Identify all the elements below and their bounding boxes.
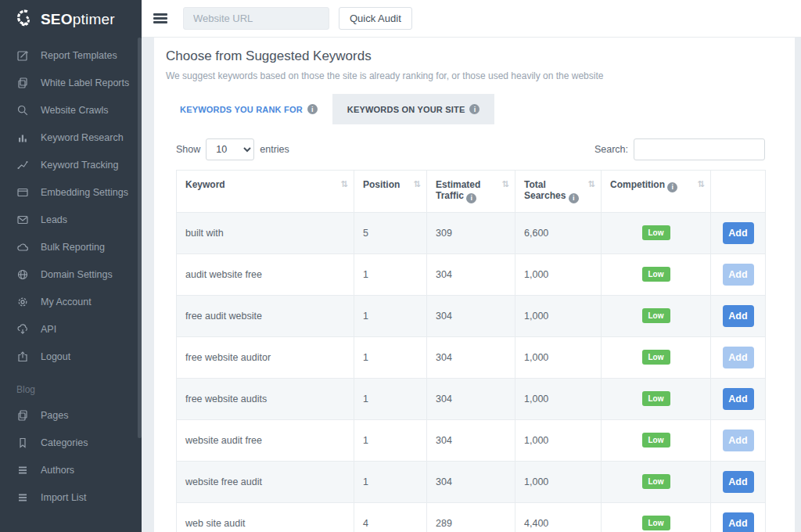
- page-title: Choose from Suggested Keywords: [166, 49, 795, 64]
- info-icon[interactable]: i: [667, 182, 677, 192]
- tab-keywords-you-rank-for[interactable]: KEYWORDS YOU RANK FOR i: [165, 94, 332, 124]
- add-keyword-button[interactable]: Add: [723, 512, 754, 532]
- page-subtitle: We suggest keywords based on those the s…: [166, 70, 795, 81]
- add-keyword-button[interactable]: Add: [723, 222, 754, 244]
- keyword-cell: web site audit: [177, 502, 354, 532]
- website-url-input[interactable]: [183, 7, 329, 30]
- add-keyword-button[interactable]: Add: [723, 388, 754, 410]
- sidebar-item-embedding-settings[interactable]: Embedding Settings: [0, 178, 142, 206]
- main-area: Choose from Suggested Keywords We sugges…: [142, 38, 801, 532]
- header-competition[interactable]: Competition i⇅: [602, 171, 711, 213]
- sidebar-item-domain-settings[interactable]: Domain Settings: [0, 261, 142, 288]
- list-icon: [16, 491, 29, 504]
- search-label: Search:: [594, 144, 628, 155]
- sidebar-item-label: Authors: [41, 465, 74, 476]
- gear-icon: [16, 296, 29, 308]
- sort-icon[interactable]: ⇅: [502, 179, 509, 189]
- info-icon[interactable]: i: [466, 193, 476, 203]
- search-input[interactable]: [634, 138, 765, 160]
- quick-audit-button[interactable]: Quick Audit: [339, 7, 412, 30]
- sidebar-scrollbar[interactable]: [138, 38, 142, 438]
- info-icon[interactable]: i: [307, 104, 318, 114]
- table-row: free website auditor 1 304 1,000 Low Add: [177, 336, 766, 378]
- sort-icon[interactable]: ⇅: [341, 179, 348, 189]
- info-icon[interactable]: i: [469, 104, 480, 114]
- sidebar-item-label: API: [41, 324, 56, 335]
- sidebar-item-label: Report Templates: [41, 50, 117, 61]
- sidebar-item-label: White Label Reports: [41, 77, 129, 88]
- cloud-icon: [16, 241, 29, 253]
- header-position[interactable]: Position⇅: [354, 171, 427, 213]
- sort-icon[interactable]: ⇅: [698, 179, 705, 189]
- sidebar-item-pages[interactable]: Pages: [0, 401, 142, 429]
- add-keyword-button[interactable]: Add: [723, 347, 754, 368]
- sidebar-item-api[interactable]: API: [0, 315, 142, 343]
- sidebar-section-blog: Blog: [0, 370, 142, 401]
- sidebar-item-authors[interactable]: Authors: [0, 456, 142, 483]
- sidebar-item-label: Keyword Research: [41, 132, 124, 143]
- add-keyword-button[interactable]: Add: [723, 430, 754, 451]
- bookmark-icon: [16, 437, 29, 449]
- sidebar-item-leads[interactable]: Leads: [0, 206, 142, 233]
- sidebar-item-keyword-tracking[interactable]: Keyword Tracking: [0, 151, 142, 178]
- browser-card-icon: [16, 186, 29, 199]
- tab-keywords-on-your-site[interactable]: KEYWORDS ON YOUR SITE i: [332, 94, 495, 124]
- header-total-searches[interactable]: Total Searches i⇅: [515, 171, 602, 213]
- sidebar-item-categories[interactable]: Categories: [0, 429, 142, 456]
- info-icon[interactable]: i: [569, 193, 579, 203]
- add-keyword-button[interactable]: Add: [723, 471, 754, 493]
- competition-badge: Low: [642, 267, 670, 282]
- content-panel: Choose from Suggested Keywords We sugges…: [154, 38, 795, 532]
- show-entries-control: Show 10 entries: [176, 138, 289, 160]
- table-row: built with 5 309 6,600 Low Add: [177, 212, 766, 253]
- table-row: website free audit 1 304 1,000 Low Add: [177, 461, 766, 502]
- sidebar-item-white-label-reports[interactable]: White Label Reports: [0, 69, 142, 96]
- keywords-table: Keyword⇅ Position⇅ Estimated Traffic i⇅ …: [176, 170, 766, 532]
- app-window: SEOptimer Report Templates White Label R…: [0, 0, 801, 532]
- pencil-square-icon: [16, 49, 29, 62]
- bar-chart-icon: [16, 131, 29, 144]
- sidebar-item-logout[interactable]: Logout: [0, 343, 142, 370]
- sidebar-item-label: Leads: [41, 214, 67, 225]
- logout-icon: [16, 350, 29, 363]
- sort-icon[interactable]: ⇅: [588, 179, 595, 189]
- sidebar-item-label: Domain Settings: [41, 269, 113, 280]
- logo[interactable]: SEOptimer: [0, 0, 142, 38]
- entries-label: entries: [260, 144, 289, 155]
- sidebar-item-import-list[interactable]: Import List: [0, 483, 142, 511]
- sidebar-item-label: Website Crawls: [41, 105, 109, 116]
- sidebar-item-keyword-research[interactable]: Keyword Research: [0, 124, 142, 151]
- add-keyword-button[interactable]: Add: [723, 305, 754, 327]
- header-keyword[interactable]: Keyword⇅: [177, 171, 354, 213]
- competition-badge: Low: [642, 516, 670, 530]
- header-estimated-traffic[interactable]: Estimated Traffic i⇅: [427, 171, 515, 213]
- keyword-cell: free website auditor: [177, 336, 354, 378]
- keyword-cell: built with: [177, 212, 354, 253]
- copy-pages-icon: [16, 409, 29, 422]
- sidebar-item-website-crawls[interactable]: Website Crawls: [0, 96, 142, 124]
- competition-badge: Low: [642, 308, 670, 323]
- hamburger-menu-icon[interactable]: [153, 13, 167, 23]
- table-controls: Show 10 entries Search:: [176, 138, 765, 160]
- sidebar-item-report-templates[interactable]: Report Templates: [0, 41, 142, 69]
- table-row: free website audits 1 304 1,000 Low Add: [177, 378, 766, 419]
- keyword-cell: free audit website: [177, 295, 354, 336]
- sidebar-item-label: Logout: [41, 351, 70, 362]
- copy-pages-icon: [16, 77, 29, 89]
- table-header-row: Keyword⇅ Position⇅ Estimated Traffic i⇅ …: [177, 171, 766, 213]
- sidebar-nav: Report Templates White Label Reports Web…: [0, 38, 142, 511]
- sidebar-item-my-account[interactable]: My Account: [0, 288, 142, 315]
- logo-text: SEOptimer: [41, 11, 115, 28]
- entries-select[interactable]: 10: [206, 138, 254, 160]
- globe-icon: [16, 268, 29, 281]
- sort-icon[interactable]: ⇅: [414, 179, 421, 189]
- search-control: Search:: [594, 138, 765, 160]
- add-keyword-button[interactable]: Add: [723, 264, 754, 286]
- sidebar-item-label: Categories: [41, 437, 88, 448]
- cloud-arrow-icon: [16, 323, 29, 336]
- sidebar-item-bulk-reporting[interactable]: Bulk Reporting: [0, 233, 142, 261]
- sidebar-item-label: Pages: [41, 410, 68, 421]
- sidebar-item-label: Bulk Reporting: [41, 242, 105, 253]
- table-row: audit website free 1 304 1,000 Low Add: [177, 253, 766, 295]
- competition-badge: Low: [642, 474, 670, 489]
